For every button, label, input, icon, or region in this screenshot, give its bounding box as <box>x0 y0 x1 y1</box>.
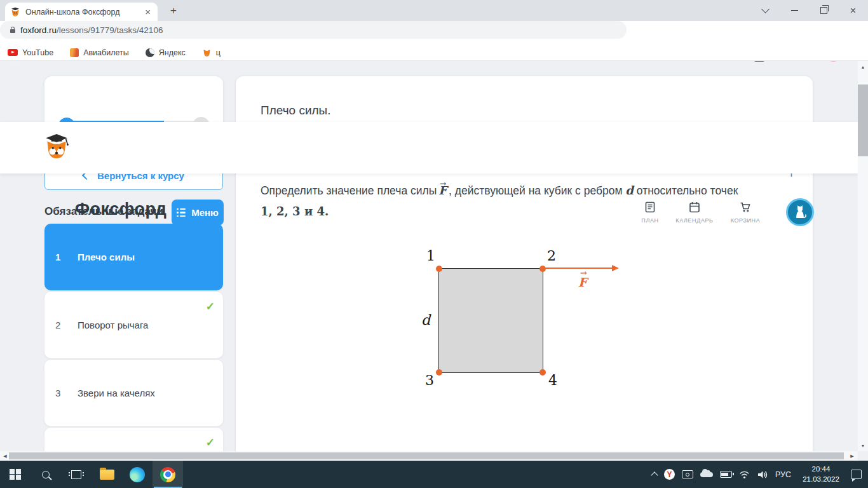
bookmark-label: Авиабилеты <box>83 48 129 57</box>
window-restore-button[interactable] <box>809 0 838 21</box>
nav-cart[interactable]: КОРЗИНА <box>720 201 771 224</box>
action-center-icon[interactable] <box>851 470 862 479</box>
menu-list-icon <box>177 208 186 217</box>
task-done-check-icon: ✓ <box>206 300 215 313</box>
start-button[interactable] <box>0 461 31 488</box>
point-3-dot <box>436 369 442 376</box>
task-number: 3 <box>55 388 60 398</box>
nav-cart-label: КОРЗИНА <box>731 217 761 224</box>
problem-part-3: относительно точек <box>637 184 738 197</box>
bookmark-youtube[interactable]: YouTube <box>8 48 53 57</box>
bookmark-label: ц <box>216 48 220 57</box>
edge-symbol: d <box>625 184 634 197</box>
chrome-icon <box>160 467 175 482</box>
clock[interactable]: 20:44 21.03.2022 <box>798 464 844 484</box>
vertical-scroll-thumb[interactable] <box>858 85 868 156</box>
edge-icon <box>130 467 145 482</box>
task-label: Поворот рычага <box>78 320 148 330</box>
menu-button[interactable]: Меню <box>172 200 224 226</box>
cast-screen-icon[interactable] <box>682 470 693 478</box>
cat-icon <box>792 204 808 220</box>
edge-button[interactable] <box>122 461 153 488</box>
browser-toolbar: ← → ↻ foxford.ru/lessons/91779/tasks/421… <box>0 21 868 44</box>
battery-icon[interactable] <box>720 471 732 478</box>
folder-icon <box>100 470 114 480</box>
task-done-check-icon: ✓ <box>206 436 215 449</box>
sidebar-task-3[interactable]: 3 Звери на качелях <box>44 360 223 426</box>
bookmark-yandex[interactable]: Яндекс <box>146 48 186 57</box>
foxford-header: Фоксфорд Меню ПЛАН КАЛЕНДАРЬ КОРЗИНА <box>0 122 858 173</box>
bookmarks-bar: YouTube Авиабилеты Яндекс ц <box>0 44 868 61</box>
brand-name[interactable]: Фоксфорд <box>75 200 166 219</box>
url-path: /lessons/91779/tasks/42106 <box>57 25 163 35</box>
corner-label-1: 1 <box>426 249 435 263</box>
user-avatar[interactable] <box>786 198 814 226</box>
search-icon <box>42 471 50 478</box>
language-indicator[interactable]: РУС <box>775 470 791 479</box>
window-close-button[interactable]: × <box>838 0 868 21</box>
force-arrow-head <box>612 265 619 271</box>
tray-expand-chevron-icon[interactable] <box>651 471 658 478</box>
nav-calendar-label: КАЛЕНДАРЬ <box>675 217 713 224</box>
sidebar-task-4[interactable]: ✓ <box>44 428 223 451</box>
sidebar-task-2[interactable]: ✓ 2 Поворот рычага <box>44 292 223 358</box>
screen: Онлайн-школа Фоксфорд × + × ← → ↻ foxfor… <box>0 0 868 488</box>
nav-plan-label: ПЛАН <box>641 217 658 224</box>
bookmark-aviabilety[interactable]: Авиабилеты <box>70 48 129 57</box>
edge-label-d: d <box>421 313 430 327</box>
scroll-right-icon[interactable]: ▶ <box>848 451 857 461</box>
scroll-down-icon[interactable]: ▼ <box>858 441 868 450</box>
window-minimize-button[interactable] <box>780 0 809 21</box>
bookmark-foxford[interactable]: ц <box>202 48 220 57</box>
force-label-F: →F <box>578 276 587 288</box>
nav-plan[interactable]: ПЛАН <box>625 201 675 224</box>
aviabilety-icon <box>70 48 79 57</box>
problem-part-2: , действующей на кубик с ребром <box>449 184 622 197</box>
bookmark-label: YouTube <box>22 48 53 57</box>
horizontal-scroll-thumb[interactable] <box>9 452 844 459</box>
youtube-icon <box>8 49 18 56</box>
lock-icon <box>10 29 15 33</box>
tab-close-icon[interactable]: × <box>143 7 153 17</box>
nav-calendar[interactable]: КАЛЕНДАРЬ <box>669 201 720 224</box>
sidebar-task-1[interactable]: 1 Плечо силы <box>44 224 223 290</box>
search-button[interactable] <box>31 461 61 488</box>
corner-label-3: 3 <box>425 374 434 388</box>
task-view-button[interactable] <box>61 461 92 488</box>
globe-icon <box>146 48 154 57</box>
menu-label: Меню <box>191 207 219 218</box>
scroll-up-icon[interactable]: ▲ <box>858 62 868 71</box>
url-text[interactable]: foxford.ru/lessons/91779/tasks/42106 <box>20 25 163 35</box>
task-label: Плечо силы <box>78 252 135 262</box>
tray-time: 20:44 <box>812 465 831 473</box>
point-1-dot <box>436 266 442 272</box>
fox-icon <box>202 48 212 57</box>
browser-tab[interactable]: Онлайн-школа Фоксфорд × <box>5 3 158 21</box>
tray-date: 21.03.2022 <box>803 475 839 483</box>
task-card: Определить значение плеча силы→F, действ… <box>236 148 813 451</box>
foxford-favicon <box>10 7 20 17</box>
browser-tab-strip: Онлайн-школа Фоксфорд × + × <box>0 0 868 21</box>
cart-icon <box>739 201 752 214</box>
address-bar[interactable]: foxford.ru/lessons/91779/tasks/42106 <box>0 21 627 39</box>
onedrive-cloud-icon[interactable] <box>700 472 713 477</box>
plan-icon <box>644 201 656 214</box>
chrome-button[interactable] <box>153 461 183 488</box>
bookmark-label: Яндекс <box>159 48 186 57</box>
vector-arrow: → <box>580 269 587 277</box>
yandex-browser-tray-icon[interactable]: Y <box>664 469 675 480</box>
page-viewport: 8 Вернуться к курсу Обязательные задачи … <box>0 61 858 451</box>
volume-icon[interactable] <box>757 470 768 480</box>
calendar-icon <box>688 201 701 214</box>
system-tray: Y РУС 20:44 21.03.2022 <box>652 461 862 488</box>
problem-part-1: Определить значение плеча силы <box>261 184 437 197</box>
file-explorer-button[interactable] <box>92 461 122 488</box>
scroll-left-icon[interactable]: ◀ <box>1 451 10 461</box>
cube-diagram: 1 2 3 4 d →F <box>438 268 543 373</box>
foxford-logo[interactable] <box>42 133 71 162</box>
task-label: Звери на качелях <box>78 388 155 398</box>
new-tab-button[interactable]: + <box>165 3 182 18</box>
task-number: 1 <box>55 252 60 262</box>
tab-search-chevron-icon[interactable] <box>750 0 780 21</box>
wifi-icon[interactable] <box>739 470 750 479</box>
